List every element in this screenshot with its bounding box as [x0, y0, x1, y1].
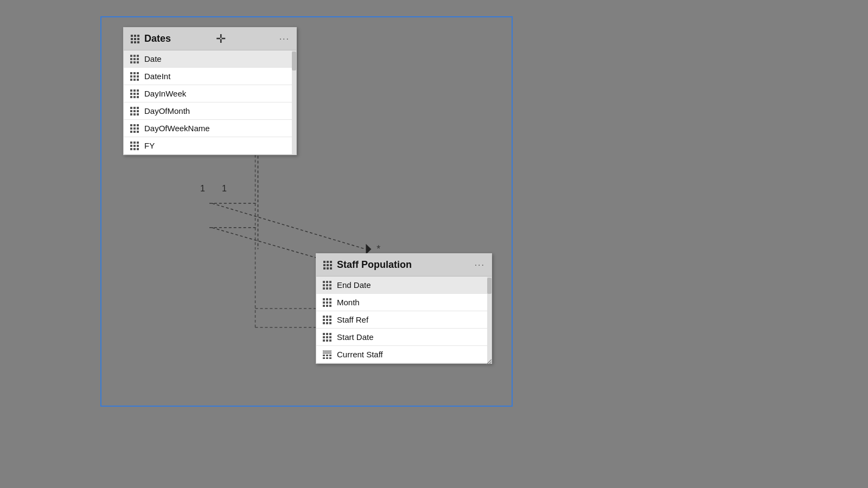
- svg-rect-40: [137, 75, 139, 78]
- svg-rect-52: [137, 96, 139, 98]
- svg-rect-105: [326, 305, 328, 307]
- dates-card-body: Date DateInt DayInWeek DayOfMonth DayOfW…: [124, 50, 296, 155]
- staff-scrollbar-thumb: [487, 278, 492, 294]
- svg-rect-59: [130, 113, 132, 115]
- relationship-number-2: 1: [222, 184, 227, 194]
- staff-field-currentstaff[interactable]: Current Staff: [316, 346, 492, 363]
- svg-rect-56: [130, 110, 132, 112]
- svg-rect-72: [133, 142, 136, 144]
- dates-field-dayinweek-label: DayInWeek: [144, 89, 186, 98]
- svg-rect-79: [137, 148, 139, 150]
- svg-rect-73: [137, 142, 139, 144]
- svg-rect-26: [130, 55, 132, 57]
- svg-rect-41: [130, 79, 132, 81]
- svg-rect-25: [137, 41, 139, 43]
- staff-field-startdate[interactable]: Start Date: [316, 329, 492, 346]
- svg-rect-87: [327, 267, 329, 269]
- svg-rect-74: [130, 145, 132, 147]
- currentstaff-field-icon: [323, 350, 331, 359]
- svg-rect-112: [329, 319, 331, 321]
- dates-field-date[interactable]: Date: [124, 50, 296, 68]
- svg-rect-84: [327, 264, 329, 266]
- resize-icon: [485, 358, 492, 364]
- svg-rect-115: [329, 322, 331, 324]
- svg-rect-44: [130, 89, 132, 92]
- svg-rect-27: [133, 55, 136, 57]
- svg-rect-116: [323, 333, 325, 335]
- svg-rect-126: [323, 351, 331, 353]
- svg-rect-124: [329, 339, 331, 342]
- staff-field-month-label: Month: [337, 298, 360, 307]
- staff-field-currentstaff-label: Current Staff: [337, 350, 383, 359]
- svg-rect-109: [329, 316, 331, 318]
- staff-field-staffref[interactable]: Staff Ref: [316, 311, 492, 329]
- staff-field-enddate[interactable]: End Date: [316, 277, 492, 294]
- dayofweekname-field-icon: [130, 124, 139, 133]
- svg-rect-63: [133, 124, 136, 126]
- dates-scrollbar[interactable]: [292, 50, 296, 155]
- svg-rect-83: [323, 264, 326, 266]
- svg-rect-70: [137, 131, 139, 133]
- dateint-field-icon: [130, 72, 139, 81]
- staff-card-header: Staff Population ···: [316, 254, 492, 277]
- svg-rect-101: [323, 301, 325, 304]
- dates-field-dateint-label: DateInt: [144, 72, 170, 81]
- svg-rect-120: [326, 336, 328, 338]
- svg-rect-77: [130, 148, 132, 150]
- date-field-icon: [130, 55, 139, 63]
- svg-rect-61: [137, 113, 139, 115]
- dates-field-dayinweek[interactable]: DayInWeek: [124, 85, 296, 102]
- startdate-field-icon: [323, 333, 331, 342]
- dates-scrollbar-thumb: [292, 52, 296, 70]
- staff-scrollbar[interactable]: [487, 277, 492, 363]
- svg-rect-123: [326, 339, 328, 342]
- month-field-icon: [323, 298, 331, 307]
- dates-field-dateint[interactable]: DateInt: [124, 68, 296, 85]
- svg-rect-28: [137, 55, 139, 57]
- dates-field-dayofmonth-label: DayOfMonth: [144, 106, 190, 115]
- svg-rect-110: [323, 319, 325, 321]
- staff-field-startdate-label: Start Date: [337, 332, 374, 342]
- canvas-area: * * * * 1 1: [100, 16, 513, 407]
- svg-rect-62: [130, 124, 132, 126]
- svg-line-9: [258, 203, 366, 249]
- svg-rect-30: [133, 58, 136, 60]
- svg-rect-17: [131, 35, 133, 37]
- svg-rect-127: [323, 355, 325, 356]
- svg-text:*: *: [376, 243, 380, 254]
- svg-rect-53: [130, 107, 132, 109]
- staff-card-title: Staff Population: [337, 259, 412, 271]
- svg-rect-129: [329, 355, 331, 356]
- staff-table-icon: [323, 260, 333, 270]
- svg-rect-114: [326, 322, 328, 324]
- svg-rect-36: [133, 72, 136, 74]
- svg-rect-20: [131, 38, 133, 40]
- svg-rect-128: [326, 355, 328, 356]
- svg-rect-32: [130, 61, 132, 63]
- svg-rect-98: [323, 298, 325, 300]
- staff-card-menu[interactable]: ···: [475, 260, 485, 270]
- svg-rect-117: [326, 333, 328, 335]
- svg-rect-45: [133, 89, 136, 92]
- staff-field-month[interactable]: Month: [316, 294, 492, 311]
- dates-field-dayofweekname[interactable]: DayOfWeekName: [124, 120, 296, 137]
- staff-card-resize-handle[interactable]: [485, 357, 492, 363]
- fy-field-icon: [130, 142, 139, 150]
- svg-rect-51: [133, 96, 136, 98]
- dates-field-date-label: Date: [144, 54, 162, 63]
- svg-rect-54: [133, 107, 136, 109]
- svg-line-0: [212, 203, 366, 249]
- dates-field-dayofweekname-label: DayOfWeekName: [144, 124, 210, 133]
- relationship-number-1: 1: [200, 184, 205, 194]
- staff-population-card: Staff Population ··· End Date Month Staf…: [316, 253, 492, 364]
- svg-rect-100: [329, 298, 331, 300]
- svg-rect-107: [323, 316, 325, 318]
- svg-rect-31: [137, 58, 139, 60]
- dates-card-menu[interactable]: ···: [279, 34, 290, 44]
- svg-rect-111: [326, 319, 328, 321]
- svg-rect-68: [130, 131, 132, 133]
- svg-rect-80: [323, 261, 326, 263]
- staff-field-enddate-label: End Date: [337, 280, 371, 290]
- dates-field-fy[interactable]: FY: [124, 137, 296, 155]
- dates-field-dayofmonth[interactable]: DayOfMonth: [124, 102, 296, 120]
